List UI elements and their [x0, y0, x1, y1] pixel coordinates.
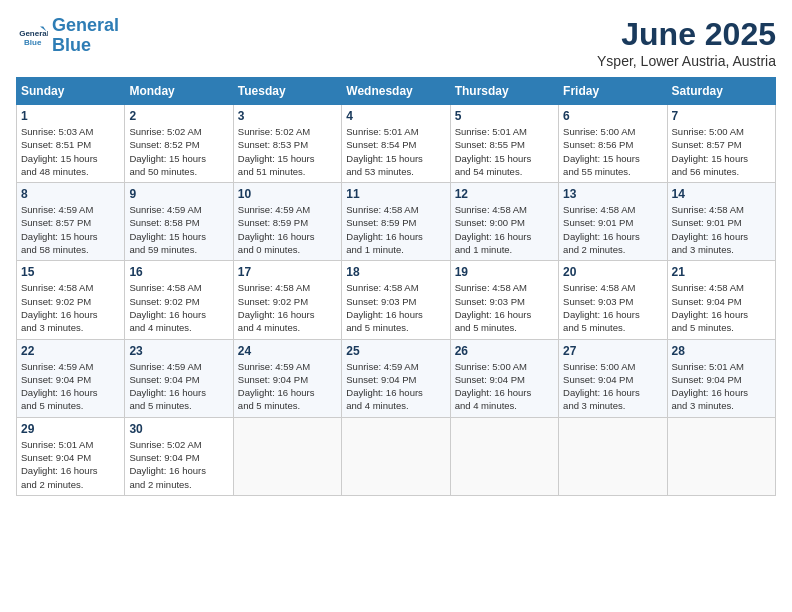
calendar-subtitle: Ysper, Lower Austria, Austria: [597, 53, 776, 69]
day-number: 29: [21, 422, 120, 436]
logo-line1: General: [52, 15, 119, 35]
calendar-cell: 29Sunrise: 5:01 AM Sunset: 9:04 PM Dayli…: [17, 417, 125, 495]
day-number: 9: [129, 187, 228, 201]
day-info: Sunrise: 4:58 AM Sunset: 8:59 PM Dayligh…: [346, 203, 445, 256]
day-info: Sunrise: 5:00 AM Sunset: 9:04 PM Dayligh…: [455, 360, 554, 413]
day-info: Sunrise: 4:59 AM Sunset: 9:04 PM Dayligh…: [346, 360, 445, 413]
calendar-header: SundayMondayTuesdayWednesdayThursdayFrid…: [17, 78, 776, 105]
day-number: 21: [672, 265, 771, 279]
day-number: 28: [672, 344, 771, 358]
calendar-cell: [667, 417, 775, 495]
day-number: 24: [238, 344, 337, 358]
day-number: 5: [455, 109, 554, 123]
col-header-friday: Friday: [559, 78, 667, 105]
col-header-wednesday: Wednesday: [342, 78, 450, 105]
calendar-cell: 19Sunrise: 4:58 AM Sunset: 9:03 PM Dayli…: [450, 261, 558, 339]
calendar-cell: 15Sunrise: 4:58 AM Sunset: 9:02 PM Dayli…: [17, 261, 125, 339]
calendar-cell: 13Sunrise: 4:58 AM Sunset: 9:01 PM Dayli…: [559, 183, 667, 261]
day-number: 4: [346, 109, 445, 123]
header: General Blue General Blue June 2025 Yspe…: [16, 16, 776, 69]
calendar-cell: 5Sunrise: 5:01 AM Sunset: 8:55 PM Daylig…: [450, 105, 558, 183]
col-header-thursday: Thursday: [450, 78, 558, 105]
calendar-cell: 6Sunrise: 5:00 AM Sunset: 8:56 PM Daylig…: [559, 105, 667, 183]
day-number: 1: [21, 109, 120, 123]
logo-icon: General Blue: [16, 20, 48, 52]
day-info: Sunrise: 5:00 AM Sunset: 8:57 PM Dayligh…: [672, 125, 771, 178]
day-number: 22: [21, 344, 120, 358]
day-info: Sunrise: 5:02 AM Sunset: 8:53 PM Dayligh…: [238, 125, 337, 178]
calendar-cell: [233, 417, 341, 495]
week-row-5: 29Sunrise: 5:01 AM Sunset: 9:04 PM Dayli…: [17, 417, 776, 495]
col-header-saturday: Saturday: [667, 78, 775, 105]
calendar-table: SundayMondayTuesdayWednesdayThursdayFrid…: [16, 77, 776, 496]
day-number: 8: [21, 187, 120, 201]
day-info: Sunrise: 4:58 AM Sunset: 9:03 PM Dayligh…: [455, 281, 554, 334]
day-info: Sunrise: 5:00 AM Sunset: 9:04 PM Dayligh…: [563, 360, 662, 413]
calendar-cell: [559, 417, 667, 495]
day-info: Sunrise: 4:59 AM Sunset: 9:04 PM Dayligh…: [238, 360, 337, 413]
calendar-cell: 14Sunrise: 4:58 AM Sunset: 9:01 PM Dayli…: [667, 183, 775, 261]
logo: General Blue General Blue: [16, 16, 119, 56]
week-row-4: 22Sunrise: 4:59 AM Sunset: 9:04 PM Dayli…: [17, 339, 776, 417]
day-number: 14: [672, 187, 771, 201]
day-number: 27: [563, 344, 662, 358]
calendar-title: June 2025: [597, 16, 776, 53]
logo-line2: Blue: [52, 35, 91, 55]
calendar-cell: 10Sunrise: 4:59 AM Sunset: 8:59 PM Dayli…: [233, 183, 341, 261]
day-info: Sunrise: 5:01 AM Sunset: 8:54 PM Dayligh…: [346, 125, 445, 178]
day-number: 15: [21, 265, 120, 279]
col-header-sunday: Sunday: [17, 78, 125, 105]
day-info: Sunrise: 5:03 AM Sunset: 8:51 PM Dayligh…: [21, 125, 120, 178]
day-info: Sunrise: 5:01 AM Sunset: 9:04 PM Dayligh…: [21, 438, 120, 491]
calendar-cell: 18Sunrise: 4:58 AM Sunset: 9:03 PM Dayli…: [342, 261, 450, 339]
calendar-cell: 9Sunrise: 4:59 AM Sunset: 8:58 PM Daylig…: [125, 183, 233, 261]
calendar-cell: 23Sunrise: 4:59 AM Sunset: 9:04 PM Dayli…: [125, 339, 233, 417]
day-number: 30: [129, 422, 228, 436]
calendar-cell: 22Sunrise: 4:59 AM Sunset: 9:04 PM Dayli…: [17, 339, 125, 417]
day-number: 2: [129, 109, 228, 123]
day-number: 11: [346, 187, 445, 201]
col-header-tuesday: Tuesday: [233, 78, 341, 105]
day-info: Sunrise: 4:58 AM Sunset: 9:04 PM Dayligh…: [672, 281, 771, 334]
week-row-1: 1Sunrise: 5:03 AM Sunset: 8:51 PM Daylig…: [17, 105, 776, 183]
day-info: Sunrise: 5:01 AM Sunset: 8:55 PM Dayligh…: [455, 125, 554, 178]
day-info: Sunrise: 5:02 AM Sunset: 8:52 PM Dayligh…: [129, 125, 228, 178]
header-row: SundayMondayTuesdayWednesdayThursdayFrid…: [17, 78, 776, 105]
calendar-cell: 8Sunrise: 4:59 AM Sunset: 8:57 PM Daylig…: [17, 183, 125, 261]
calendar-cell: 21Sunrise: 4:58 AM Sunset: 9:04 PM Dayli…: [667, 261, 775, 339]
day-number: 10: [238, 187, 337, 201]
calendar-body: 1Sunrise: 5:03 AM Sunset: 8:51 PM Daylig…: [17, 105, 776, 496]
day-info: Sunrise: 4:59 AM Sunset: 8:59 PM Dayligh…: [238, 203, 337, 256]
calendar-cell: [450, 417, 558, 495]
day-info: Sunrise: 4:58 AM Sunset: 9:02 PM Dayligh…: [129, 281, 228, 334]
day-number: 26: [455, 344, 554, 358]
calendar-cell: 27Sunrise: 5:00 AM Sunset: 9:04 PM Dayli…: [559, 339, 667, 417]
day-info: Sunrise: 4:58 AM Sunset: 9:03 PM Dayligh…: [563, 281, 662, 334]
calendar-cell: 2Sunrise: 5:02 AM Sunset: 8:52 PM Daylig…: [125, 105, 233, 183]
week-row-2: 8Sunrise: 4:59 AM Sunset: 8:57 PM Daylig…: [17, 183, 776, 261]
col-header-monday: Monday: [125, 78, 233, 105]
title-block: June 2025 Ysper, Lower Austria, Austria: [597, 16, 776, 69]
day-number: 7: [672, 109, 771, 123]
day-info: Sunrise: 4:58 AM Sunset: 9:00 PM Dayligh…: [455, 203, 554, 256]
day-number: 12: [455, 187, 554, 201]
calendar-cell: 4Sunrise: 5:01 AM Sunset: 8:54 PM Daylig…: [342, 105, 450, 183]
day-number: 18: [346, 265, 445, 279]
calendar-cell: 20Sunrise: 4:58 AM Sunset: 9:03 PM Dayli…: [559, 261, 667, 339]
day-number: 23: [129, 344, 228, 358]
day-info: Sunrise: 4:59 AM Sunset: 9:04 PM Dayligh…: [21, 360, 120, 413]
logo-text: General Blue: [52, 16, 119, 56]
calendar-cell: 30Sunrise: 5:02 AM Sunset: 9:04 PM Dayli…: [125, 417, 233, 495]
day-info: Sunrise: 4:59 AM Sunset: 8:58 PM Dayligh…: [129, 203, 228, 256]
day-number: 25: [346, 344, 445, 358]
day-info: Sunrise: 5:02 AM Sunset: 9:04 PM Dayligh…: [129, 438, 228, 491]
day-number: 20: [563, 265, 662, 279]
day-number: 6: [563, 109, 662, 123]
svg-text:Blue: Blue: [24, 38, 42, 47]
day-info: Sunrise: 4:58 AM Sunset: 9:02 PM Dayligh…: [238, 281, 337, 334]
day-info: Sunrise: 5:00 AM Sunset: 8:56 PM Dayligh…: [563, 125, 662, 178]
day-number: 3: [238, 109, 337, 123]
day-info: Sunrise: 4:58 AM Sunset: 9:02 PM Dayligh…: [21, 281, 120, 334]
calendar-cell: 3Sunrise: 5:02 AM Sunset: 8:53 PM Daylig…: [233, 105, 341, 183]
day-number: 16: [129, 265, 228, 279]
